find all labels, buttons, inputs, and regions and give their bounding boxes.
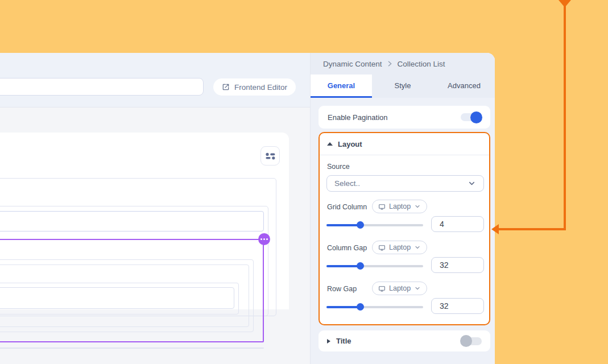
panel-tabs: General Style Advanced xyxy=(311,75,495,98)
canvas-nested-outline-4[interactable] xyxy=(0,287,234,309)
collection-list-icon-button[interactable] xyxy=(260,146,280,166)
title-section-toggle[interactable] xyxy=(461,337,482,345)
grid-column-device-selector[interactable]: Laptop xyxy=(372,200,427,213)
editor-topbar: Frontend Editor xyxy=(0,53,310,107)
layout-section-header[interactable]: Layout xyxy=(320,133,489,155)
grid-column-device-label: Laptop xyxy=(389,202,411,210)
layout-section-title: Layout xyxy=(338,140,362,148)
row-gap-value-input[interactable] xyxy=(431,298,484,314)
tab-general[interactable]: General xyxy=(311,75,372,98)
enable-pagination-toggle[interactable] xyxy=(461,113,481,121)
canvas-element-outline[interactable] xyxy=(0,211,264,231)
tab-style[interactable]: Style xyxy=(372,75,433,98)
row-gap-slider[interactable] xyxy=(326,303,423,311)
chevron-down-icon xyxy=(414,285,421,292)
panel-header: Dynamic Content Collection List General … xyxy=(311,53,495,98)
laptop-icon xyxy=(378,285,386,292)
selected-element-options-badge[interactable] xyxy=(258,233,270,245)
enable-pagination-label: Enable Pagination xyxy=(328,113,388,122)
slider-handle[interactable] xyxy=(357,262,364,270)
grid-column-label: Grid Column xyxy=(327,203,367,211)
row-gap-label: Row Gap xyxy=(327,285,357,293)
screen: Frontend Editor xyxy=(0,0,608,364)
chevron-down-icon xyxy=(468,179,476,188)
annotation-arrowhead-left xyxy=(491,224,499,234)
laptop-icon xyxy=(378,203,386,210)
title-section-row[interactable]: Title xyxy=(319,330,490,351)
laptop-icon xyxy=(378,244,386,251)
row-gap-device-selector[interactable]: Laptop xyxy=(372,282,427,295)
row-gap-device-label: Laptop xyxy=(389,284,411,292)
source-select[interactable]: Select.. xyxy=(326,175,484,192)
ellipsis-icon xyxy=(260,238,262,240)
column-gap-value-input[interactable] xyxy=(431,257,484,273)
layout-section: Layout Source Select.. Grid Column Lapto… xyxy=(319,132,490,325)
chevron-down-icon xyxy=(414,203,421,210)
panel-body: Enable Pagination Layout Source Select.. xyxy=(311,98,495,364)
frontend-editor-button[interactable]: Frontend Editor xyxy=(213,78,296,96)
grid-column-slider[interactable] xyxy=(326,221,423,229)
chevron-right-icon xyxy=(387,61,392,67)
column-gap-device-selector[interactable]: Laptop xyxy=(372,241,427,254)
slider-handle[interactable] xyxy=(357,303,364,311)
list-settings-icon xyxy=(266,152,275,160)
source-label: Source xyxy=(327,163,350,171)
column-gap-slider[interactable] xyxy=(326,262,423,270)
chevron-down-icon xyxy=(414,244,421,251)
canvas-page xyxy=(0,133,289,309)
annotation-line-horizontal xyxy=(499,228,566,230)
settings-panel: Dynamic Content Collection List General … xyxy=(310,53,495,364)
column-gap-device-label: Laptop xyxy=(389,243,411,251)
source-select-value: Select.. xyxy=(334,179,360,188)
column-gap-label: Column Gap xyxy=(327,244,367,252)
search-input[interactable] xyxy=(0,78,204,96)
editor-canvas xyxy=(0,107,310,364)
title-section-label: Title xyxy=(336,337,351,345)
breadcrumb: Dynamic Content Collection List xyxy=(311,53,495,75)
slider-handle[interactable] xyxy=(357,221,364,229)
breadcrumb-parent[interactable]: Dynamic Content xyxy=(323,60,382,68)
breadcrumb-current: Collection List xyxy=(398,60,445,68)
grid-column-value-input[interactable] xyxy=(431,216,484,232)
collapse-up-icon xyxy=(327,142,333,146)
frontend-editor-label: Frontend Editor xyxy=(234,83,287,92)
annotation-line-vertical xyxy=(564,4,566,230)
enable-pagination-row: Enable Pagination xyxy=(319,106,490,129)
external-link-icon xyxy=(222,83,230,91)
collapse-right-icon xyxy=(327,339,330,344)
canvas-element-outline-below[interactable] xyxy=(0,348,264,349)
tab-advanced[interactable]: Advanced xyxy=(433,75,495,98)
editor-window: Frontend Editor xyxy=(0,53,495,364)
